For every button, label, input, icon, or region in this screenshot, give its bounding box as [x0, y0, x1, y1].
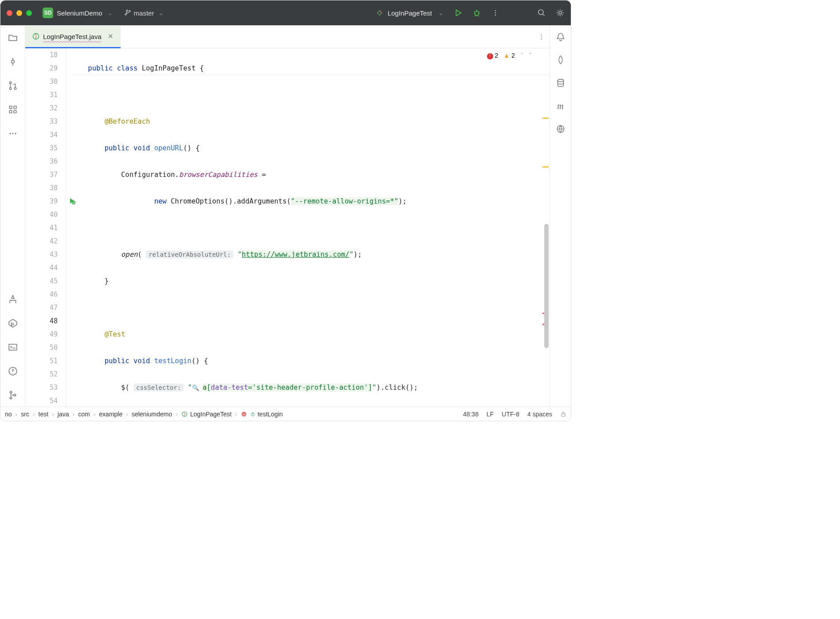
scroll-thumb[interactable]: [544, 224, 549, 348]
line-separator[interactable]: LF: [487, 411, 494, 418]
svg-point-26: [72, 201, 75, 204]
line-number[interactable]: 46: [25, 288, 66, 301]
project-selector[interactable]: SD SeleniumDemo ⌄: [43, 8, 113, 18]
breadcrumbs[interactable]: no›src›test›java›com›example›seleniumdem…: [5, 411, 283, 418]
line-number[interactable]: 52: [25, 368, 66, 381]
run-button[interactable]: [454, 8, 463, 17]
svg-point-21: [14, 394, 16, 396]
readonly-toggle-icon[interactable]: [560, 411, 566, 417]
line-number[interactable]: 43: [25, 248, 66, 261]
settings-button[interactable]: [556, 8, 565, 17]
line-number[interactable]: 35: [25, 141, 66, 155]
chevron-down-icon: ⌄: [438, 9, 444, 17]
structure-tool-icon[interactable]: [8, 104, 18, 115]
line-number[interactable]: 51: [25, 354, 66, 368]
svg-rect-13: [14, 110, 16, 113]
breadcrumb-item[interactable]: test: [39, 411, 49, 418]
line-number[interactable]: 48: [25, 314, 66, 328]
editor-tabs: LogInPageTest.java ✕: [25, 25, 550, 48]
line-number[interactable]: 41: [25, 221, 66, 235]
line-number[interactable]: 37: [25, 168, 66, 181]
code-editor[interactable]: 1829303132333435363738394041424344454647…: [25, 48, 550, 407]
svg-point-3: [495, 15, 496, 16]
line-number[interactable]: 45: [25, 274, 66, 288]
editor-scrollbar[interactable]: [542, 73, 549, 403]
svg-point-7: [9, 82, 11, 83]
line-number[interactable]: 18: [25, 48, 66, 62]
build-tool-icon[interactable]: [8, 294, 18, 305]
code-area[interactable]: public class LogInPageTest { @BeforeEach…: [66, 48, 550, 407]
line-number[interactable]: 38: [25, 181, 66, 195]
prev-highlight-button[interactable]: ˄: [520, 52, 523, 59]
maven-tool-icon[interactable]: m: [555, 101, 566, 111]
tab-login-page-test[interactable]: LogInPageTest.java ✕: [25, 26, 121, 48]
svg-point-29: [182, 411, 187, 416]
line-number[interactable]: 49: [25, 328, 66, 341]
run-test-gutter-icon[interactable]: [68, 197, 75, 204]
warning-count: 2: [511, 52, 515, 59]
breadcrumb-item[interactable]: mtestLogin: [241, 411, 283, 418]
line-number[interactable]: 40: [25, 208, 66, 221]
notifications-icon[interactable]: [555, 31, 566, 42]
line-number[interactable]: 47: [25, 301, 66, 314]
more-actions-button[interactable]: [491, 8, 500, 17]
search-button[interactable]: [537, 8, 546, 17]
line-number[interactable]: 50: [25, 341, 66, 354]
line-number[interactable]: 34: [25, 128, 66, 141]
zoom-window-button[interactable]: [26, 10, 32, 16]
tab-more-button[interactable]: [538, 33, 545, 40]
breadcrumb-separator: ›: [126, 411, 128, 418]
close-tab-button[interactable]: ✕: [108, 32, 114, 40]
vcs-tool-icon[interactable]: [8, 390, 18, 400]
branch-name: master: [134, 9, 154, 17]
more-tools-icon[interactable]: [8, 128, 18, 139]
services-tool-icon[interactable]: [8, 318, 18, 329]
problems-tool-icon[interactable]: [8, 366, 18, 376]
ai-assistant-icon[interactable]: [555, 55, 566, 65]
minimize-window-button[interactable]: [16, 10, 22, 16]
breadcrumb-item[interactable]: com: [78, 411, 90, 418]
run-config-selector[interactable]: LogInPageTest ⌄: [376, 9, 444, 17]
caret-pos[interactable]: 48:38: [463, 411, 479, 418]
close-window-button[interactable]: [7, 10, 12, 16]
pull-requests-tool-icon[interactable]: [8, 80, 18, 91]
line-number[interactable]: 29: [25, 62, 66, 75]
breadcrumb-item[interactable]: LogInPageTest: [181, 411, 232, 418]
debug-button[interactable]: [472, 8, 481, 17]
line-number[interactable]: 33: [25, 115, 66, 128]
line-number[interactable]: 42: [25, 235, 66, 248]
breadcrumb-item[interactable]: no: [5, 411, 12, 418]
breadcrumb-item[interactable]: seleniumdemo: [132, 411, 172, 418]
svg-point-20: [10, 397, 12, 399]
breadcrumb-item[interactable]: java: [58, 411, 69, 418]
coverage-tool-icon[interactable]: [555, 124, 566, 134]
terminal-tool-icon[interactable]: [8, 342, 18, 353]
line-number[interactable]: 32: [25, 102, 66, 115]
svg-point-27: [557, 79, 563, 82]
vcs-branch-selector[interactable]: master ⌄: [124, 9, 165, 17]
inspection-summary[interactable]: !2 ▲2 ˄ ˅: [485, 51, 534, 60]
svg-point-25: [541, 38, 542, 39]
line-number[interactable]: 30: [25, 75, 66, 88]
line-gutter[interactable]: 1829303132333435363738394041424344454647…: [25, 48, 66, 407]
editor-panel: LogInPageTest.java ✕ 1829303132333435363…: [25, 25, 550, 407]
line-number[interactable]: 31: [25, 88, 66, 102]
line-number[interactable]: 44: [25, 261, 66, 274]
error-count: 2: [495, 52, 499, 59]
project-tool-icon[interactable]: [8, 32, 18, 43]
tab-filename: LogInPageTest.java: [43, 33, 102, 40]
commit-tool-icon[interactable]: [8, 56, 18, 67]
breadcrumb-item[interactable]: src: [21, 411, 29, 418]
next-highlight-button[interactable]: ˅: [529, 52, 532, 59]
line-number[interactable]: 39: [25, 195, 66, 208]
indent[interactable]: 4 spaces: [527, 411, 552, 418]
line-number[interactable]: 54: [25, 394, 66, 407]
line-number[interactable]: 36: [25, 155, 66, 168]
titlebar: SD SeleniumDemo ⌄ master ⌄ LogInPageTest…: [0, 0, 571, 25]
breadcrumb-item[interactable]: example: [99, 411, 122, 418]
svg-point-16: [15, 133, 16, 134]
database-tool-icon[interactable]: [555, 78, 566, 88]
svg-point-8: [9, 87, 11, 89]
encoding[interactable]: UTF-8: [502, 411, 519, 418]
line-number[interactable]: 53: [25, 381, 66, 394]
